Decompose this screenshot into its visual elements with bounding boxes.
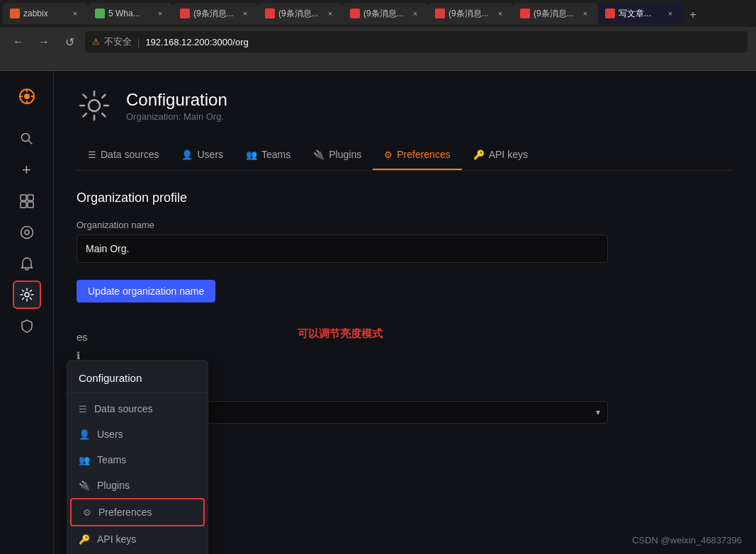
tab-c5[interactable]: (9条消息... × [513, 3, 598, 24]
search-icon-nav[interactable] [13, 125, 41, 153]
tab-c6[interactable]: 写文章... × [598, 3, 683, 24]
explore-icon[interactable] [13, 218, 41, 247]
tab-bar: zabbix × 5 Wha... × (9条消息... × (9条消息... … [0, 0, 756, 27]
tab-title-c1: (9条消息... [193, 8, 236, 20]
address-url: 192.168.12.200:3000/org [145, 37, 248, 47]
tab-close-c5[interactable]: × [580, 8, 591, 19]
tab-api-keys-label: API keys [489, 149, 528, 160]
dropdown-users[interactable]: 👤 Users [67, 422, 208, 447]
update-org-name-button[interactable]: Update organization name [77, 280, 215, 303]
refresh-button[interactable]: ↺ [60, 32, 79, 52]
dropdown-data-sources-label: Data sources [94, 403, 152, 414]
teams-tab-icon: 👥 [246, 149, 257, 160]
org-profile-section: Organization profile Organization name U… [77, 191, 733, 303]
shield-icon[interactable] [13, 312, 41, 340]
tab-close-c1[interactable]: × [239, 8, 251, 19]
browser-chrome: zabbix × 5 Wha... × (9条消息... × (9条消息... … [0, 0, 756, 71]
tab-preferences[interactable]: ⚙ Preferences [373, 140, 461, 170]
annotation-text: 可以调节亮度模式 [298, 327, 383, 341]
tab-plugins-label: Plugins [329, 149, 361, 160]
tab-close-zabbix[interactable]: × [69, 8, 81, 19]
tab-preferences-label: Preferences [397, 149, 450, 160]
add-icon[interactable]: + [13, 156, 41, 184]
svg-rect-9 [28, 195, 33, 200]
tab-favicon-c4 [435, 9, 445, 18]
dropdown-users-label: Users [97, 429, 123, 440]
tab-title-c3: (9条消息... [363, 8, 406, 20]
dropdown-plugins-icon: 🔌 [79, 480, 90, 491]
tab-title-c5: (9条消息... [534, 8, 576, 20]
tab-c1[interactable]: (9条消息... × [173, 3, 258, 24]
watermark: CSDN @weixin_46837396 [632, 535, 742, 545]
tab-title-5wha: 5 Wha... [108, 9, 151, 18]
tab-close-c6[interactable]: × [665, 8, 676, 19]
page-gear-icon [77, 88, 112, 123]
tab-api-keys[interactable]: 🔑 API keys [462, 140, 539, 170]
dashboards-icon[interactable] [13, 187, 41, 215]
svg-point-12 [21, 227, 33, 239]
address-separator: | [137, 37, 140, 47]
address-bar[interactable]: ⚠ 不安全 | 192.168.12.200:3000/org [85, 31, 747, 52]
dropdown-teams-label: Teams [97, 454, 126, 465]
tab-teams-label: Teams [261, 149, 290, 160]
dropdown-api-keys[interactable]: 🔑 API keys [67, 526, 208, 552]
dropdown-preferences-icon: ⚙ [83, 507, 91, 518]
svg-point-6 [21, 134, 29, 142]
config-dropdown-menu: Configuration ☰ Data sources 👤 Users 👥 T… [67, 360, 208, 554]
preferences-tab-icon: ⚙ [384, 149, 393, 160]
tab-data-sources-label: Data sources [101, 149, 159, 160]
tab-c2[interactable]: (9条消息... × [258, 3, 343, 24]
plugins-tab-icon: 🔌 [313, 149, 325, 160]
tab-title-zabbix: zabbix [23, 9, 66, 18]
dropdown-users-icon: 👤 [79, 429, 90, 440]
tab-title-c6: 写文章... [619, 8, 661, 20]
svg-line-7 [28, 141, 32, 145]
page-title: Configuration [126, 90, 227, 110]
tab-title-c2: (9条消息... [278, 8, 321, 20]
data-sources-icon: ☰ [88, 149, 96, 160]
tab-close-5wha[interactable]: × [154, 8, 166, 19]
dropdown-preferences-label: Preferences [98, 507, 152, 518]
dropdown-teams[interactable]: 👥 Teams [67, 447, 208, 473]
security-label: 不安全 [104, 35, 132, 48]
tab-favicon-c3 [350, 9, 360, 18]
dropdown-header: Configuration [67, 366, 208, 393]
dropdown-plugins[interactable]: 🔌 Plugins [67, 473, 208, 498]
dropdown-data-sources[interactable]: ☰ Data sources [67, 396, 208, 422]
dropdown-data-sources-icon: ☰ [79, 404, 87, 414]
tab-favicon-c6 [605, 9, 615, 18]
page-tabs: ☰ Data sources 👤 Users 👥 Teams 🔌 Plugins… [77, 140, 733, 171]
tab-data-sources[interactable]: ☰ Data sources [77, 140, 170, 170]
sidebar: + [0, 71, 54, 554]
svg-point-13 [25, 230, 29, 234]
new-tab-button[interactable]: + [686, 3, 700, 27]
tab-teams[interactable]: 👥 Teams [235, 140, 302, 170]
page-subtitle: Organization: Main Org. [126, 111, 227, 122]
tab-plugins[interactable]: 🔌 Plugins [302, 140, 373, 170]
ui-theme-section-label: es [77, 331, 733, 343]
dropdown-api-keys-label: API keys [97, 533, 136, 545]
tab-close-c4[interactable]: × [495, 8, 506, 19]
alerts-icon[interactable] [13, 249, 41, 278]
tab-c4[interactable]: (9条消息... × [428, 3, 513, 24]
dropdown-api-keys-icon: 🔑 [79, 534, 90, 545]
dropdown-preferences[interactable]: ⚙ Preferences [70, 498, 205, 526]
tab-favicon-c1 [180, 9, 190, 18]
back-button[interactable]: ← [9, 32, 28, 52]
tab-close-c2[interactable]: × [325, 8, 336, 19]
configuration-icon[interactable] [13, 281, 41, 309]
tab-5wha[interactable]: 5 Wha... × [88, 3, 173, 24]
tab-c3[interactable]: (9条消息... × [343, 3, 428, 24]
tab-zabbix[interactable]: zabbix × [3, 3, 88, 24]
tab-users[interactable]: 👤 Users [170, 140, 235, 170]
forward-button[interactable]: → [34, 32, 54, 52]
tab-favicon-5wha [95, 9, 105, 18]
svg-rect-11 [28, 202, 33, 208]
org-name-input[interactable] [77, 234, 608, 263]
tab-favicon-c5 [520, 9, 530, 18]
tab-close-c3[interactable]: × [410, 8, 421, 19]
svg-rect-10 [21, 202, 26, 208]
grafana-logo-icon[interactable] [13, 82, 41, 111]
org-name-label: Organization name [77, 220, 733, 230]
tab-users-label: Users [197, 149, 223, 160]
